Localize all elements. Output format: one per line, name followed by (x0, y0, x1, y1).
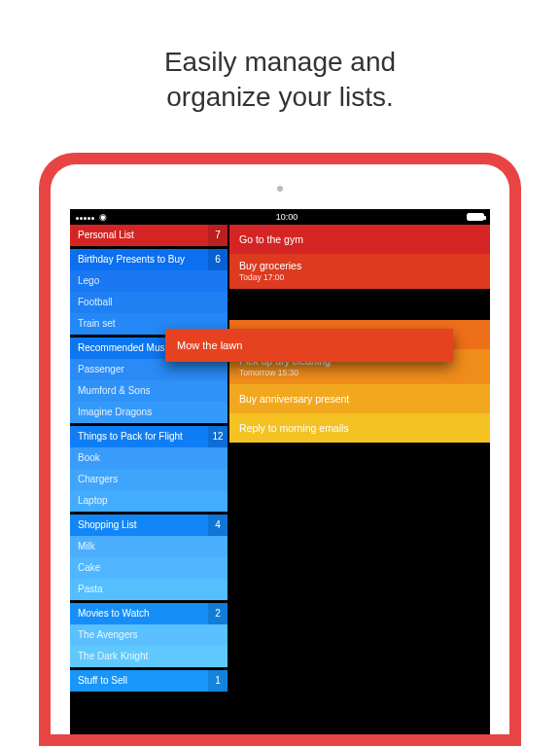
headline-line2: organize your lists. (166, 82, 393, 112)
lists-sidebar[interactable]: Personal List7Birthday Presents to Buy6L… (70, 225, 228, 734)
task-title: Buy groceries (239, 260, 490, 271)
list-item[interactable]: Football (70, 292, 228, 313)
task-row[interactable]: Go to the gym (229, 225, 490, 254)
clock: 10:00 (107, 212, 467, 222)
list-header[interactable]: Stuff to Sell1 (70, 670, 228, 692)
tablet-bezel: ◉ 10:00 Personal List7Birthday Presents … (51, 164, 509, 734)
list-header[interactable]: Shopping List4 (70, 515, 228, 536)
list-count-badge: 6 (208, 249, 228, 270)
list-title: Movies to Watch (78, 608, 208, 619)
task-title: Buy anniversary present (239, 393, 490, 405)
dragging-task-card[interactable]: Mow the lawn (165, 329, 453, 362)
camera-icon (277, 186, 283, 192)
divider (70, 692, 228, 694)
battery-icon (467, 213, 484, 221)
list-count-badge: 2 (208, 603, 228, 624)
list-title: Things to Pack for Flight (78, 431, 208, 442)
list-count-badge: 1 (208, 670, 228, 692)
list-item[interactable]: Cake (70, 557, 228, 579)
dragging-task-title: Mow the lawn (177, 339, 242, 351)
task-row[interactable]: Buy groceriesToday 17:00 (229, 254, 490, 289)
list-header[interactable]: Things to Pack for Flight12 (70, 426, 228, 447)
marketing-headline: Easily manage and organize your lists. (0, 0, 560, 153)
list-item[interactable]: Chargers (70, 469, 228, 490)
signal-icon (76, 212, 95, 222)
tablet-frame: ◉ 10:00 Personal List7Birthday Presents … (39, 153, 521, 746)
task-due: Tomorrow 15:30 (239, 368, 490, 377)
task-title: Go to the gym (239, 233, 490, 245)
list-item[interactable]: Pasta (70, 579, 228, 600)
list-item[interactable]: Laptop (70, 490, 228, 512)
app-screen: ◉ 10:00 Personal List7Birthday Presents … (70, 209, 490, 734)
task-title: Reply to morning emails (239, 422, 490, 434)
list-item[interactable]: Lego (70, 270, 228, 292)
list-title: Personal List (78, 230, 208, 240)
list-count-badge: 4 (208, 515, 228, 536)
list-item[interactable]: The Dark Knight (70, 646, 228, 667)
list-title: Birthday Presents to Buy (78, 254, 208, 265)
task-row[interactable]: Buy anniversary present (229, 384, 490, 413)
list-count-badge: 12 (208, 426, 228, 447)
headline-line1: Easily manage and (164, 47, 396, 77)
list-item[interactable]: Passenger (70, 359, 228, 380)
list-title: Stuff to Sell (78, 675, 208, 686)
wifi-icon: ◉ (99, 212, 107, 222)
task-due: Today 17:00 (239, 272, 490, 282)
list-count-badge: 7 (208, 225, 228, 246)
list-item[interactable]: Book (70, 447, 228, 469)
task-row (229, 289, 490, 320)
list-item[interactable]: Mumford & Sons (70, 380, 228, 402)
list-header[interactable]: Birthday Presents to Buy6 (70, 249, 228, 270)
list-title: Shopping List (78, 519, 208, 530)
list-header[interactable]: Movies to Watch2 (70, 603, 228, 624)
list-item[interactable]: The Avengers (70, 624, 228, 646)
list-item[interactable]: Milk (70, 536, 228, 557)
status-bar: ◉ 10:00 (70, 209, 490, 225)
task-row[interactable]: Reply to morning emails (229, 413, 490, 443)
tasks-panel[interactable]: Go to the gymBuy groceriesToday 17:00Get… (229, 225, 490, 734)
list-item[interactable]: Imagine Dragons (70, 402, 228, 423)
list-header[interactable]: Personal List7 (70, 225, 228, 246)
